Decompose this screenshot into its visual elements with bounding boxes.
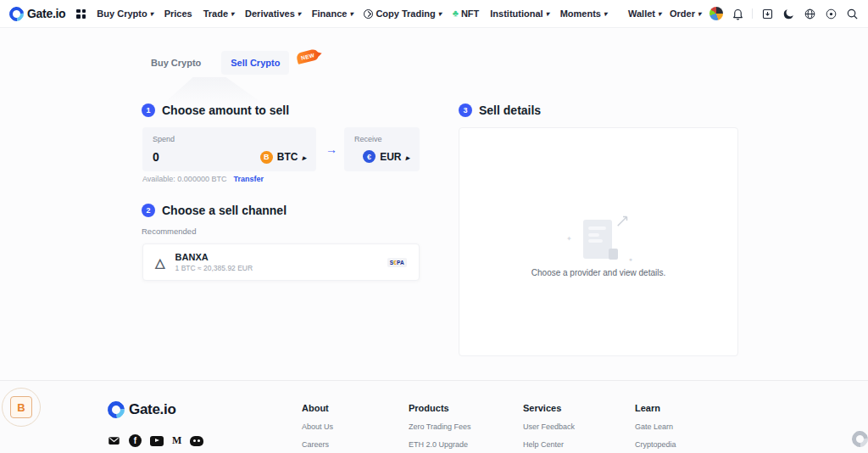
nav-copy-trading[interactable]: Copy Trading [364,8,441,19]
section-choose-amount: 1 Choose amount to sell [142,103,289,117]
chevron-down-icon [698,8,701,19]
chevron-right-icon [302,151,306,163]
chevron-down-icon [349,8,353,19]
spend-currency-selector[interactable]: B BTC [260,151,306,164]
new-badge: NEW [296,48,320,64]
apps-grid-icon[interactable] [76,9,86,19]
footer-link[interactable]: Cryptopedia [635,440,676,449]
email-icon[interactable] [108,434,120,447]
btc-coin-icon: B [260,151,273,164]
spend-amount-input[interactable] [153,150,220,164]
section-title: Choose amount to sell [162,103,289,117]
footer-column-about: About About Us Careers User Agreement [302,403,357,453]
profile-avatar[interactable] [709,7,723,20]
footer: Gate.io f M About About Us Careers User … [0,380,868,453]
page: Gate.io Buy Crypto Prices Trade Derivati… [0,0,868,453]
facebook-icon[interactable]: f [129,434,142,447]
recommended-label: Recommended [142,226,196,236]
document-icon [583,220,612,259]
section-sell-details: 3 Sell details [459,103,541,117]
discord-icon[interactable] [190,436,203,446]
section-title: Sell details [479,103,541,117]
receive-label: Receive [354,135,409,143]
tab-sell-crypto[interactable]: Sell Crypto [221,51,289,75]
nav-institutional[interactable]: Institutional [490,8,548,19]
provider-rate: 1 BTC ≈ 20,385.92 EUR [175,264,377,272]
footer-column-learn: Learn Gate Learn Cryptopedia Blog [635,403,676,453]
chevron-right-icon [405,151,409,163]
footer-column-products: Products Zero Trading Fees ETH 2.0 Upgra… [409,403,471,453]
footer-link[interactable]: ETH 2.0 Upgrade [409,440,471,449]
receive-currency-code: EUR [380,151,401,163]
chevron-down-icon [438,8,442,19]
spend-label: Spend [153,135,306,143]
empty-state-illustration: ✦ ● [565,213,632,266]
footer-logo-text: Gate.io [129,401,176,418]
sepa-payment-badge: S€PA [387,258,407,267]
gateio-logo-icon [104,398,128,422]
nav-moments[interactable]: Moments [560,8,607,19]
bitcoin-promo-icon: B [10,396,32,418]
gateio-logo[interactable]: Gate.io [9,7,65,21]
eur-coin-icon: € [363,150,376,163]
spend-currency-code: BTC [277,151,298,163]
gateio-logo-text: Gate.io [27,7,65,20]
footer-link[interactable]: About Us [302,422,357,431]
chevron-down-icon [546,8,549,19]
footer-link[interactable]: User Feedback [523,422,584,431]
youtube-icon[interactable] [150,436,164,446]
nav-trade[interactable]: Trade [203,8,234,19]
step-number-2: 2 [142,204,155,217]
step-number-3: 3 [459,103,472,117]
footer-column-services: Services User Feedback Help Center Submi… [523,403,584,453]
section-title: Choose a sell channel [162,204,287,217]
banxa-logo-icon: △ [155,256,165,269]
active-tab-beam [162,77,265,105]
divider [752,8,753,19]
footer-link[interactable]: Help Center [523,440,584,449]
available-balance-text: Available: 0.000000 BTC [142,175,226,183]
buy-sell-tabs: Buy Crypto Sell Crypto NEW [142,51,319,75]
empty-state-text: Choose a provider and view details. [459,268,737,277]
provider-card-banxa[interactable]: △ BANXA 1 BTC ≈ 20,385.92 EUR S€PA [142,243,420,281]
nav-finance[interactable]: Finance [312,8,353,19]
tab-buy-crypto[interactable]: Buy Crypto [142,51,210,75]
chevron-down-icon [231,8,234,19]
gateio-logo-icon [7,3,27,24]
nft-tree-icon: ♣ [453,8,459,18]
transfer-link[interactable]: Transfer [233,175,264,183]
footer-link[interactable]: Zero Trading Fees [409,422,471,431]
copy-trading-icon [364,9,373,19]
download-app-icon[interactable] [760,7,774,20]
nav-buy-crypto[interactable]: Buy Crypto [97,8,153,19]
nav-nft[interactable]: ♣ NFT [453,8,480,19]
receive-box: Receive € EUR [344,127,420,171]
notifications-bell-icon[interactable] [731,7,744,20]
currency-target-icon[interactable] [824,7,837,20]
medium-icon[interactable]: M [172,434,181,447]
step-number-1: 1 [142,103,155,117]
nav-prices[interactable]: Prices [164,8,192,19]
sell-details-panel: ✦ ● Choose a provider and view details. [459,127,738,356]
chevron-down-icon [150,8,153,19]
search-icon[interactable] [845,7,859,20]
section-choose-channel: 2 Choose a sell channel [142,204,287,217]
footer-logo[interactable]: Gate.io [108,401,176,418]
wallet-menu[interactable]: Wallet [628,8,661,19]
provider-name: BANXA [175,252,377,262]
top-nav: Gate.io Buy Crypto Prices Trade Derivati… [0,0,868,28]
available-balance-row: Available: 0.000000 BTC Transfer [142,175,264,183]
promo-sticker[interactable]: B [2,388,41,427]
social-links: f M [108,434,203,447]
chevron-down-icon [604,8,607,19]
language-globe-icon[interactable] [803,7,816,20]
convert-arrow-icon: → [322,143,341,156]
footer-link[interactable]: Careers [302,440,357,449]
spend-box: Spend B BTC [142,127,316,171]
footer-link[interactable]: Gate Learn [635,422,676,431]
receive-currency-selector[interactable]: € EUR [363,150,409,163]
dark-mode-moon-icon[interactable] [782,7,795,20]
chevron-down-icon [298,8,301,19]
order-menu[interactable]: Order [670,8,701,19]
nav-derivatives[interactable]: Derivatives [245,8,301,19]
